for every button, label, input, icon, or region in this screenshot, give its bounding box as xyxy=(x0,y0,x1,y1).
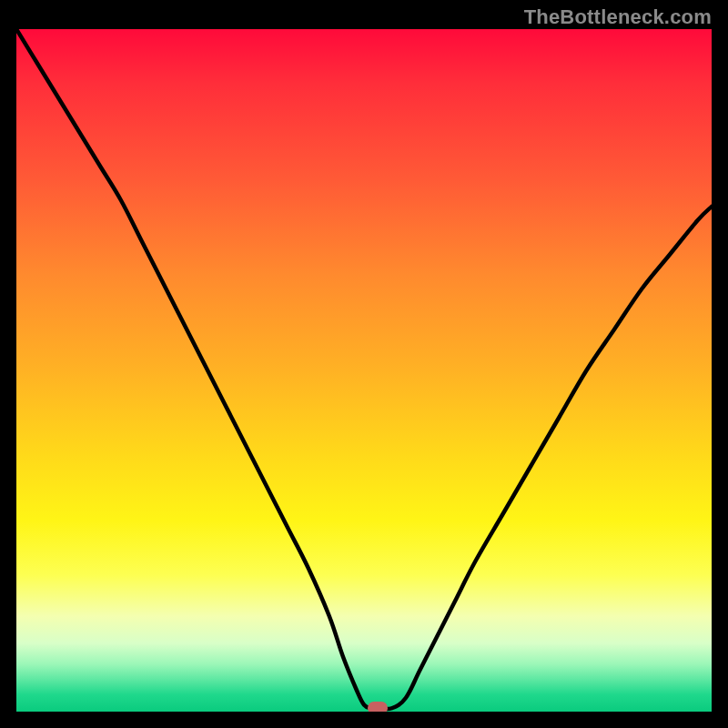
optimal-marker xyxy=(368,702,388,712)
curve-path xyxy=(16,29,712,709)
chart-frame: TheBottleneck.com xyxy=(0,0,728,728)
bottleneck-curve xyxy=(16,29,712,712)
attribution-text: TheBottleneck.com xyxy=(524,5,712,29)
plot-area xyxy=(16,29,712,712)
